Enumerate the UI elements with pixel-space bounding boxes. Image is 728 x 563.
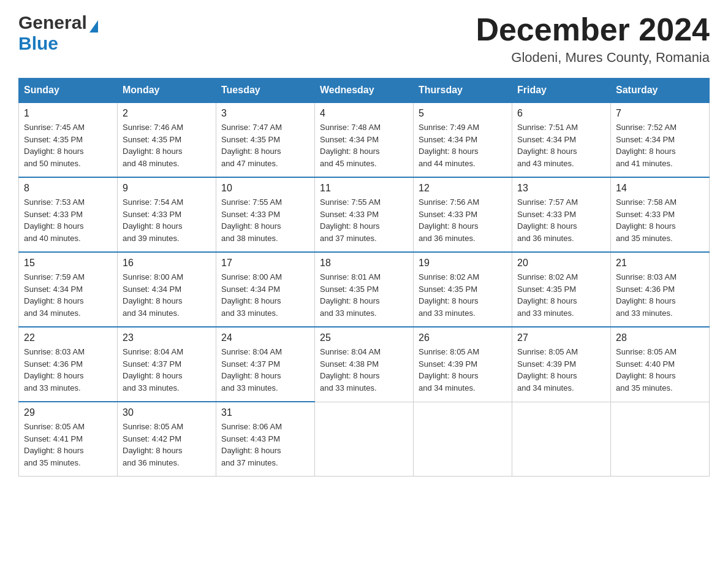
logo-general: General <box>18 12 87 33</box>
day-number: 11 <box>320 183 408 194</box>
calendar-empty-cell <box>512 402 611 477</box>
calendar-day-cell: 28 Sunrise: 8:05 AM Sunset: 4:40 PM Dayl… <box>611 327 710 402</box>
day-info: Sunrise: 8:04 AM Sunset: 4:37 PM Dayligh… <box>123 346 211 394</box>
calendar-week-row: 15 Sunrise: 7:59 AM Sunset: 4:34 PM Dayl… <box>19 252 710 327</box>
day-info: Sunrise: 7:48 AM Sunset: 4:34 PM Dayligh… <box>320 121 408 169</box>
calendar-header-row: SundayMondayTuesdayWednesdayThursdayFrid… <box>19 79 710 103</box>
calendar-day-cell: 1 Sunrise: 7:45 AM Sunset: 4:35 PM Dayli… <box>19 102 118 177</box>
calendar-day-cell: 25 Sunrise: 8:04 AM Sunset: 4:38 PM Dayl… <box>315 327 414 402</box>
calendar-day-cell: 23 Sunrise: 8:04 AM Sunset: 4:37 PM Dayl… <box>118 327 216 402</box>
day-number: 27 <box>517 332 605 343</box>
day-info: Sunrise: 7:59 AM Sunset: 4:34 PM Dayligh… <box>24 271 112 319</box>
calendar-empty-cell <box>414 402 512 477</box>
day-info: Sunrise: 8:05 AM Sunset: 4:42 PM Dayligh… <box>123 421 211 469</box>
day-number: 21 <box>616 258 704 269</box>
day-info: Sunrise: 7:45 AM Sunset: 4:35 PM Dayligh… <box>24 121 112 169</box>
calendar-day-cell: 19 Sunrise: 8:02 AM Sunset: 4:35 PM Dayl… <box>414 252 512 327</box>
calendar-day-cell: 16 Sunrise: 8:00 AM Sunset: 4:34 PM Dayl… <box>118 252 216 327</box>
day-info: Sunrise: 7:57 AM Sunset: 4:33 PM Dayligh… <box>517 196 605 244</box>
calendar-table: SundayMondayTuesdayWednesdayThursdayFrid… <box>18 78 710 477</box>
day-info: Sunrise: 7:51 AM Sunset: 4:34 PM Dayligh… <box>517 121 605 169</box>
calendar-day-cell: 21 Sunrise: 8:03 AM Sunset: 4:36 PM Dayl… <box>611 252 710 327</box>
day-info: Sunrise: 8:00 AM Sunset: 4:34 PM Dayligh… <box>221 271 309 319</box>
calendar-week-row: 1 Sunrise: 7:45 AM Sunset: 4:35 PM Dayli… <box>19 102 710 177</box>
page-header: General Blue December 2024 Glodeni, Mure… <box>18 12 710 66</box>
header-monday: Monday <box>118 79 216 103</box>
day-number: 16 <box>123 258 211 269</box>
calendar-day-cell: 26 Sunrise: 8:05 AM Sunset: 4:39 PM Dayl… <box>414 327 512 402</box>
day-info: Sunrise: 7:53 AM Sunset: 4:33 PM Dayligh… <box>24 196 112 244</box>
day-number: 18 <box>320 258 408 269</box>
header-thursday: Thursday <box>414 79 512 103</box>
day-info: Sunrise: 8:05 AM Sunset: 4:39 PM Dayligh… <box>419 346 507 394</box>
day-number: 23 <box>123 332 211 343</box>
day-info: Sunrise: 7:49 AM Sunset: 4:34 PM Dayligh… <box>419 121 507 169</box>
calendar-day-cell: 17 Sunrise: 8:00 AM Sunset: 4:34 PM Dayl… <box>216 252 315 327</box>
day-number: 22 <box>24 332 112 343</box>
calendar-day-cell: 5 Sunrise: 7:49 AM Sunset: 4:34 PM Dayli… <box>414 102 512 177</box>
day-number: 31 <box>221 407 309 418</box>
day-info: Sunrise: 7:56 AM Sunset: 4:33 PM Dayligh… <box>419 196 507 244</box>
calendar-day-cell: 30 Sunrise: 8:05 AM Sunset: 4:42 PM Dayl… <box>118 402 216 477</box>
day-info: Sunrise: 8:01 AM Sunset: 4:35 PM Dayligh… <box>320 271 408 319</box>
calendar-day-cell: 31 Sunrise: 8:06 AM Sunset: 4:43 PM Dayl… <box>216 402 315 477</box>
day-info: Sunrise: 7:55 AM Sunset: 4:33 PM Dayligh… <box>320 196 408 244</box>
header-saturday: Saturday <box>611 79 710 103</box>
calendar-day-cell: 4 Sunrise: 7:48 AM Sunset: 4:34 PM Dayli… <box>315 102 414 177</box>
day-info: Sunrise: 8:04 AM Sunset: 4:37 PM Dayligh… <box>221 346 309 394</box>
calendar-day-cell: 6 Sunrise: 7:51 AM Sunset: 4:34 PM Dayli… <box>512 102 611 177</box>
day-info: Sunrise: 7:55 AM Sunset: 4:33 PM Dayligh… <box>221 196 309 244</box>
day-number: 30 <box>123 407 211 418</box>
day-number: 10 <box>221 183 309 194</box>
calendar-day-cell: 2 Sunrise: 7:46 AM Sunset: 4:35 PM Dayli… <box>118 102 216 177</box>
day-info: Sunrise: 7:54 AM Sunset: 4:33 PM Dayligh… <box>123 196 211 244</box>
day-number: 7 <box>616 108 704 119</box>
calendar-day-cell: 8 Sunrise: 7:53 AM Sunset: 4:33 PM Dayli… <box>19 177 118 252</box>
month-title: December 2024 <box>476 12 710 47</box>
logo-triangle-icon <box>89 20 98 33</box>
calendar-week-row: 8 Sunrise: 7:53 AM Sunset: 4:33 PM Dayli… <box>19 177 710 252</box>
header-wednesday: Wednesday <box>315 79 414 103</box>
day-number: 13 <box>517 183 605 194</box>
logo: General Blue <box>18 12 98 54</box>
day-info: Sunrise: 8:05 AM Sunset: 4:40 PM Dayligh… <box>616 346 704 394</box>
calendar-day-cell: 9 Sunrise: 7:54 AM Sunset: 4:33 PM Dayli… <box>118 177 216 252</box>
day-number: 2 <box>123 108 211 119</box>
day-number: 12 <box>419 183 507 194</box>
day-number: 17 <box>221 258 309 269</box>
calendar-day-cell: 13 Sunrise: 7:57 AM Sunset: 4:33 PM Dayl… <box>512 177 611 252</box>
day-info: Sunrise: 8:06 AM Sunset: 4:43 PM Dayligh… <box>221 421 309 469</box>
calendar-day-cell: 22 Sunrise: 8:03 AM Sunset: 4:36 PM Dayl… <box>19 327 118 402</box>
logo-blue-text: Blue <box>18 33 58 54</box>
day-number: 3 <box>221 108 309 119</box>
day-info: Sunrise: 7:46 AM Sunset: 4:35 PM Dayligh… <box>123 121 211 169</box>
day-info: Sunrise: 8:05 AM Sunset: 4:39 PM Dayligh… <box>517 346 605 394</box>
calendar-day-cell: 7 Sunrise: 7:52 AM Sunset: 4:34 PM Dayli… <box>611 102 710 177</box>
logo-general-text: General <box>18 12 98 33</box>
day-number: 24 <box>221 332 309 343</box>
title-area: December 2024 Glodeni, Mures County, Rom… <box>476 12 710 66</box>
calendar-day-cell: 29 Sunrise: 8:05 AM Sunset: 4:41 PM Dayl… <box>19 402 118 477</box>
day-number: 20 <box>517 258 605 269</box>
day-number: 19 <box>419 258 507 269</box>
calendar-day-cell: 15 Sunrise: 7:59 AM Sunset: 4:34 PM Dayl… <box>19 252 118 327</box>
location-title: Glodeni, Mures County, Romania <box>476 50 710 66</box>
calendar-day-cell: 11 Sunrise: 7:55 AM Sunset: 4:33 PM Dayl… <box>315 177 414 252</box>
day-info: Sunrise: 8:02 AM Sunset: 4:35 PM Dayligh… <box>517 271 605 319</box>
calendar-day-cell: 18 Sunrise: 8:01 AM Sunset: 4:35 PM Dayl… <box>315 252 414 327</box>
day-number: 25 <box>320 332 408 343</box>
calendar-week-row: 22 Sunrise: 8:03 AM Sunset: 4:36 PM Dayl… <box>19 327 710 402</box>
day-number: 28 <box>616 332 704 343</box>
calendar-day-cell: 12 Sunrise: 7:56 AM Sunset: 4:33 PM Dayl… <box>414 177 512 252</box>
day-number: 9 <box>123 183 211 194</box>
day-info: Sunrise: 8:00 AM Sunset: 4:34 PM Dayligh… <box>123 271 211 319</box>
day-number: 8 <box>24 183 112 194</box>
day-info: Sunrise: 8:03 AM Sunset: 4:36 PM Dayligh… <box>616 271 704 319</box>
header-friday: Friday <box>512 79 611 103</box>
day-info: Sunrise: 7:52 AM Sunset: 4:34 PM Dayligh… <box>616 121 704 169</box>
header-sunday: Sunday <box>19 79 118 103</box>
day-info: Sunrise: 7:47 AM Sunset: 4:35 PM Dayligh… <box>221 121 309 169</box>
calendar-day-cell: 20 Sunrise: 8:02 AM Sunset: 4:35 PM Dayl… <box>512 252 611 327</box>
calendar-week-row: 29 Sunrise: 8:05 AM Sunset: 4:41 PM Dayl… <box>19 402 710 477</box>
day-number: 6 <box>517 108 605 119</box>
